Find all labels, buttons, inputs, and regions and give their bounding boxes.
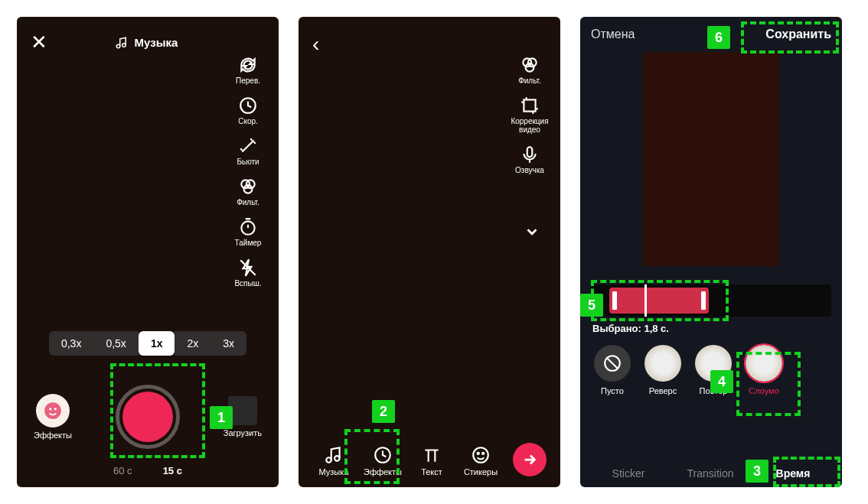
close-button[interactable]: ✕ (31, 31, 47, 54)
speed-option[interactable]: 2x (175, 331, 210, 356)
svg-rect-13 (524, 99, 535, 111)
speed-option-active[interactable]: 1x (139, 331, 175, 356)
music-button[interactable]: Музыка (115, 36, 178, 50)
duration-selector: 60 с 15 с (17, 465, 279, 476)
tool-timer[interactable]: Таймер (227, 217, 269, 247)
flip-icon (238, 55, 258, 75)
svg-point-5 (244, 185, 253, 193)
speed-option[interactable]: 0,3x (49, 331, 93, 356)
music-label: Музыка (135, 36, 178, 49)
chevron-down-icon (524, 223, 540, 240)
speed-selector: 0,3x 0,5x 1x 2x 3x (17, 331, 279, 356)
timer-icon (238, 217, 258, 237)
svg-point-1 (122, 43, 126, 47)
svg-point-9 (54, 408, 57, 410)
duration-option[interactable]: 60 с (113, 465, 132, 476)
tool-beauty[interactable]: Бьюти (227, 136, 269, 166)
smiley-icon (36, 394, 70, 428)
tab-transition[interactable]: Transition (687, 467, 734, 480)
bottom-stickers[interactable]: Стикеры (459, 445, 502, 476)
svg-point-15 (326, 457, 331, 463)
cancel-button[interactable]: Отмена (591, 28, 635, 41)
annotation-badge-6: 6 (707, 26, 730, 49)
svg-point-19 (478, 453, 479, 454)
side-tools-edit: Фильт. Коррекция видео Озвучка (508, 55, 551, 174)
expand-toggle[interactable] (524, 223, 540, 243)
annotation-badge-3: 3 (746, 460, 768, 483)
highlight-timeline (591, 280, 729, 321)
highlight-tab (773, 457, 840, 487)
screen-time-effects: Отмена Сохранить 6 5 Выбрано: 1,8 с. Пус… (580, 17, 842, 487)
tool-flash[interactable]: Вспыш. (227, 258, 269, 288)
speed-option[interactable]: 0,5x (93, 331, 138, 356)
annotation-badge-1: 1 (210, 406, 233, 429)
screen-edit: ‹ Фильт. Коррекция видео Озвучка Музыка … (299, 17, 560, 487)
back-button[interactable]: ‹ (312, 32, 547, 57)
arrow-right-icon (521, 451, 538, 468)
bottom-toolbar: Музыка Эффекты Текст Стикеры (299, 443, 560, 476)
side-tools: Перев. Скор. Бьюти Фильт. Таймер Вспыш. (227, 55, 269, 288)
video-preview (642, 52, 780, 266)
annotation-badge-4: 4 (710, 370, 733, 393)
tool-filter[interactable]: Фильт. (508, 55, 551, 85)
filter-icon (520, 55, 540, 75)
annotation-badge-5: 5 (580, 294, 603, 317)
music-icon (115, 36, 129, 50)
reverse-thumb (644, 345, 681, 382)
mic-icon (520, 145, 540, 164)
speed-option[interactable]: 3x (210, 331, 246, 356)
highlight-save (741, 21, 839, 54)
crop-icon (520, 96, 540, 115)
svg-point-12 (526, 63, 534, 72)
duration-option-active[interactable]: 15 с (163, 465, 182, 476)
flash-off-icon (238, 258, 258, 278)
highlight-effect (736, 352, 801, 416)
svg-rect-14 (527, 147, 533, 157)
svg-point-18 (473, 447, 488, 463)
none-icon (602, 353, 622, 373)
tool-speed[interactable]: Скор. (227, 96, 269, 125)
effect-none[interactable]: Пусто (594, 345, 631, 395)
highlight-record (110, 363, 205, 458)
effects-button[interactable]: Эффекты (34, 394, 72, 440)
tab-sticker[interactable]: Sticker (612, 467, 645, 480)
screen-record: ✕ Музыка Перев. Скор. Бьюти Фильт. Тайме… (17, 17, 279, 487)
speed-icon (238, 96, 258, 115)
tool-video-correction[interactable]: Коррекция видео (508, 96, 551, 134)
music-icon (324, 445, 344, 465)
tool-flip[interactable]: Перев. (227, 55, 269, 85)
svg-point-8 (49, 408, 51, 410)
next-button[interactable] (513, 443, 547, 476)
selection-duration: Выбрано: 1,8 с. (592, 323, 842, 334)
filter-icon (238, 177, 258, 197)
sticker-icon (471, 445, 491, 465)
tool-filter[interactable]: Фильт. (227, 177, 269, 206)
annotation-badge-2: 2 (372, 400, 395, 423)
svg-point-20 (482, 453, 484, 454)
svg-point-0 (116, 44, 120, 48)
svg-point-7 (44, 402, 61, 419)
svg-point-16 (334, 456, 340, 461)
text-icon (422, 445, 442, 465)
tool-voiceover[interactable]: Озвучка (508, 145, 551, 174)
wand-icon (238, 136, 258, 156)
highlight-effects (344, 429, 400, 484)
bottom-text[interactable]: Текст (410, 445, 453, 476)
effect-reverse[interactable]: Реверс (644, 345, 681, 395)
